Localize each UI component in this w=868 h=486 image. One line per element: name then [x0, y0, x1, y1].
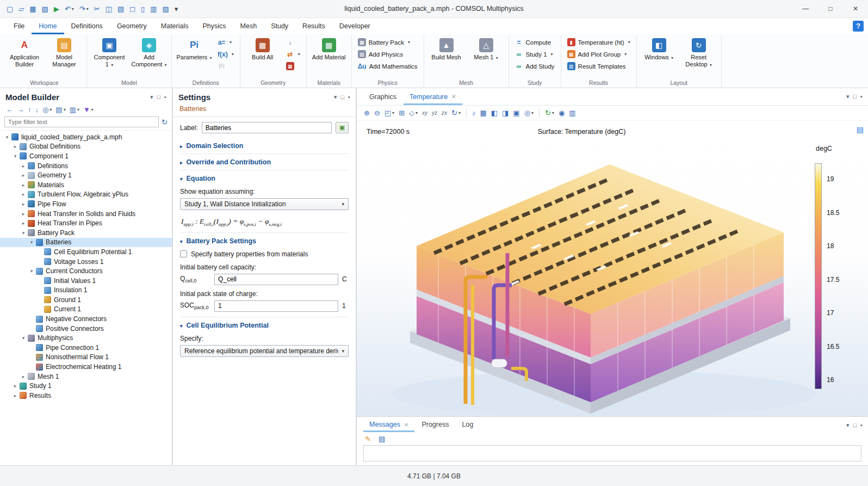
new-table-icon[interactable]: ▥: [148, 4, 159, 14]
collapse-all-icon[interactable]: ▤▾: [54, 105, 67, 114]
label-id-button[interactable]: ▣: [336, 122, 349, 133]
expand-arrow-icon[interactable]: ▾: [28, 268, 35, 274]
virtual-operations-button[interactable]: ▦: [284, 61, 302, 71]
save-icon[interactable]: ▦: [27, 4, 38, 14]
tree-node-definitions[interactable]: ▸Definitions: [0, 161, 172, 171]
help-icon[interactable]: ?: [853, 21, 864, 32]
expand-arrow-icon[interactable]: ▾: [11, 153, 19, 159]
clear-log-icon[interactable]: ✎: [363, 434, 373, 444]
tree-node-positive-connectors[interactable]: Positive Connectors: [0, 324, 172, 334]
tab-temperature[interactable]: Temperature✕: [404, 88, 462, 105]
expand-arrow-icon[interactable]: ▸: [20, 220, 27, 226]
forward-icon[interactable]: →: [15, 105, 26, 114]
temperature-3d-plot[interactable]: [357, 121, 868, 416]
back-icon[interactable]: ←: [4, 105, 15, 114]
label-input[interactable]: [202, 122, 332, 133]
duplicate-icon[interactable]: ◻: [127, 4, 138, 14]
expand-all-icon[interactable]: ▥▾: [68, 105, 81, 114]
panel-detach-icon[interactable]: □: [853, 422, 857, 429]
reset-desktop-button[interactable]: ↻Reset Desktop ▾: [680, 37, 717, 69]
paste-icon[interactable]: ▤: [115, 4, 126, 14]
add-study-button[interactable]: ∞Add Study: [513, 61, 557, 71]
panel-menu-icon[interactable]: ▾: [334, 94, 337, 101]
expand-arrow-icon[interactable]: ▸: [20, 163, 27, 169]
add-material-button[interactable]: ▦Add Material: [311, 37, 348, 62]
expand-arrow-icon[interactable]: ▸: [11, 393, 19, 398]
section-override-contribution[interactable]: Override and Contribution: [180, 153, 349, 170]
show-options-icon[interactable]: ◎▾: [41, 105, 53, 114]
panel-pin-icon[interactable]: ▪: [860, 93, 863, 100]
tree-node-heat-transfer-in-solids-and-fluids[interactable]: ▸Heat Transfer in Solids and Fluids: [0, 209, 172, 219]
tab-graphics[interactable]: Graphics: [363, 88, 402, 105]
panel-pin-icon[interactable]: ▪: [164, 94, 166, 101]
section-domain-selection[interactable]: Domain Selection: [180, 138, 349, 153]
windows-button[interactable]: ◧Windows ▾: [641, 37, 678, 62]
equation-study-dropdown[interactable]: Study 1, Wall Distance Initialization: [180, 198, 349, 210]
minimize-button[interactable]: —: [793, 0, 818, 17]
cell-potential-dropdown[interactable]: Reference equilibrium potential and temp…: [180, 345, 349, 357]
add-plot-group-button[interactable]: ▦Add Plot Group▾: [565, 49, 633, 59]
capacity-input[interactable]: [214, 274, 338, 285]
temperature-plot-button[interactable]: ▮Temperature (ht)▾: [565, 37, 633, 47]
tree-node-liquid-cooled-battery-pack-a-mph[interactable]: ▾liquid_cooled_battery_pack_a.mph: [0, 132, 172, 142]
lock-axes-icon[interactable]: ▣: [511, 108, 521, 118]
menu-tab-physics[interactable]: Physics: [195, 18, 233, 34]
update-plot-icon[interactable]: ↻▾: [543, 108, 556, 118]
compute-button[interactable]: =Compute: [513, 37, 557, 47]
zoom-in-icon[interactable]: ⊕: [362, 108, 371, 118]
add-mathematics-button[interactable]: ΔuAdd Mathematics: [356, 61, 420, 71]
copy-log-icon[interactable]: ▤: [377, 434, 387, 444]
soc-input[interactable]: [214, 300, 338, 312]
plot-properties-icon[interactable]: ▤: [857, 125, 864, 134]
zoom-out-icon[interactable]: ⊖: [373, 108, 382, 118]
tab-progress[interactable]: Progress: [416, 417, 455, 432]
tree-node-current-1[interactable]: Current 1: [0, 305, 172, 315]
panel-menu-icon[interactable]: ▾: [846, 422, 850, 429]
refresh-icon[interactable]: ↻: [162, 118, 168, 126]
panel-detach-icon[interactable]: □: [157, 94, 160, 101]
tree-node-ground-1[interactable]: Ground 1: [0, 295, 172, 305]
delete-icon[interactable]: ▯: [139, 4, 147, 14]
parameter-case-button[interactable]: Pi: [215, 61, 236, 71]
tree-node-cell-equilibrium-potential-1[interactable]: Cell Equilibrium Potential 1: [0, 247, 172, 257]
tree-node-battery-pack[interactable]: ▾Battery Pack: [0, 228, 172, 238]
tree-node-initial-values-1[interactable]: Initial Values 1: [0, 276, 172, 286]
tab-messages[interactable]: Messages✕: [363, 417, 414, 432]
tree-node-component-1[interactable]: ▾Component 1: [0, 151, 172, 161]
run-icon[interactable]: ▶: [52, 4, 61, 14]
scene-visibility-icon[interactable]: ◎▾: [523, 108, 535, 118]
print-icon[interactable]: ▥: [567, 108, 577, 118]
go-to-yz-view-icon[interactable]: yz: [430, 109, 439, 117]
graphics-canvas[interactable]: Time=72000 s Surface: Temperature (degC)…: [357, 121, 868, 416]
go-to-xy-view-icon[interactable]: xy: [420, 109, 429, 117]
study-button[interactable]: ∞Study 1▾: [513, 49, 557, 59]
menu-tab-study[interactable]: Study: [264, 18, 295, 34]
menu-tab-developer[interactable]: Developer: [332, 18, 377, 34]
build-mesh-button[interactable]: ▲Build Mesh: [428, 37, 465, 62]
new-file-icon[interactable]: ▢: [4, 4, 15, 14]
menu-tab-definitions[interactable]: Definitions: [64, 18, 110, 34]
section-battery-pack-settings[interactable]: Battery Pack Settings: [180, 232, 349, 249]
livelink-button[interactable]: ⇄▾: [284, 49, 302, 59]
add-plot-window-icon[interactable]: ◧: [489, 108, 499, 118]
add-component-button[interactable]: ◈Add Component ▾: [131, 37, 168, 69]
toolbar-overflow-icon[interactable]: ▾: [172, 4, 181, 14]
reset-rotation-icon[interactable]: ↻▾: [450, 108, 462, 118]
maximize-button[interactable]: □: [818, 0, 843, 17]
model-tree-filter-icon[interactable]: ▼▾: [82, 105, 95, 114]
tree-node-study-1[interactable]: ▸Study 1: [0, 381, 172, 391]
tree-node-results[interactable]: ▸Results: [0, 391, 172, 401]
menu-tab-materials[interactable]: Materials: [154, 18, 196, 34]
panel-detach-icon[interactable]: □: [340, 94, 344, 101]
expand-arrow-icon[interactable]: ▸: [11, 144, 19, 149]
application-builder-button[interactable]: AApplication Builder: [6, 37, 43, 69]
build-all-button[interactable]: ▦Build All: [244, 37, 281, 62]
section-cell-equilibrium-potential[interactable]: Cell Equilibrium Potential: [180, 317, 349, 333]
undo-icon[interactable]: ↶▾: [63, 4, 76, 14]
tree-node-nonisothermal-flow-1[interactable]: Nonisothermal Flow 1: [0, 353, 172, 362]
expand-arrow-icon[interactable]: ▾: [20, 230, 27, 236]
tree-filter-input[interactable]: [4, 116, 159, 127]
move-up-icon[interactable]: ↑: [26, 105, 33, 114]
panel-pin-icon[interactable]: ▪: [348, 94, 350, 101]
close-tab-icon[interactable]: ✕: [451, 94, 456, 100]
